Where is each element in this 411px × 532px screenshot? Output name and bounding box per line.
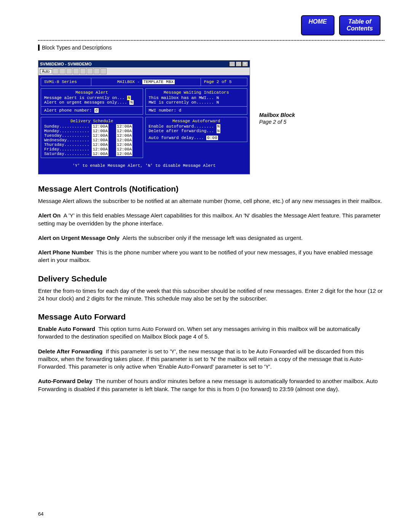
toolbar-btn[interactable] [53, 68, 59, 74]
para: Message Alert allows the subscriber to b… [38, 197, 384, 205]
panel-autoforward: Message Autoforward Enable autoforward..… [145, 117, 248, 142]
header-mid: MAILBOX - TEMPLATE MBX [91, 78, 201, 86]
schedule-row: Saturday.......... 12:00A 12:00A [44, 152, 140, 156]
terminal-window: SVM8DEMO - SVM8DEMO _ □ × Auto [38, 60, 250, 174]
toolbar-btn[interactable] [73, 68, 79, 74]
window-titlebar: SVM8DEMO - SVM8DEMO _ □ × [38, 61, 250, 67]
header-series: SVMi-8 Series [41, 78, 91, 86]
schedule-row: Wednesday......... 12:00A 12:00A [44, 138, 140, 142]
toolbar-btn[interactable] [87, 68, 93, 74]
schedule-row: Tuesday........... 12:00A 12:00A [44, 133, 140, 138]
maximize-icon[interactable]: □ [236, 61, 242, 67]
para: Enable Auto Forward This option turns Au… [38, 325, 384, 341]
schedule-row: Sunday............ 12:00A 12:00A [44, 124, 140, 129]
heading-message-alert-controls: Message Alert Controls (Notification) [38, 184, 384, 193]
close-icon[interactable]: × [242, 61, 248, 67]
para: Delete After Forwarding If this paramete… [38, 348, 384, 371]
schedule-row: Thursday.......... 12:00A 12:00A [44, 142, 140, 147]
minimize-icon[interactable]: _ [229, 61, 235, 67]
panel-mwi: Message Waiting Indicators This mailbox … [145, 88, 248, 115]
para: Enter the from-to times for each day of … [38, 287, 384, 303]
divider [38, 40, 384, 41]
heading-delivery-schedule: Delivery Schedule [38, 274, 384, 283]
heading-message-auto-forward: Message Auto Forward [38, 312, 384, 321]
breadcrumb: Block Types and Descriptions [38, 45, 384, 51]
para: Alert Phone Number This is the phone num… [38, 249, 384, 264]
toolbar-btn[interactable] [59, 68, 65, 74]
para: Alert On A 'Y' in this field enables Mes… [38, 212, 384, 227]
para: Alert on Urgent Message Only Alerts the … [38, 234, 384, 242]
toolbar-btn[interactable] [100, 68, 107, 74]
toolbar-btn[interactable] [66, 68, 72, 74]
toolbar-select[interactable]: Auto [40, 69, 52, 74]
toc-button[interactable]: Table ofContents [339, 15, 381, 35]
schedule-row: Friday............ 12:00A 12:00A [44, 147, 140, 152]
home-button[interactable]: HOME [301, 15, 335, 35]
toolbar-btn[interactable] [94, 68, 100, 74]
toolbar-btn[interactable] [80, 68, 86, 74]
schedule-row: Monday............ 12:00A 12:00A [44, 129, 140, 133]
panel-delivery-schedule: Delivery Schedule Sunday............ 12:… [41, 117, 143, 158]
window-title: SVM8DEMO - SVM8DEMO [40, 62, 92, 66]
figure-caption: Mailbox Block Page 2 of 5 [259, 112, 295, 125]
page-number: 64 [38, 511, 43, 517]
status-hint: 'Y' to enable Message Alert, 'N' to disa… [41, 163, 247, 168]
para: Auto-Forward Delay The number of hours a… [38, 377, 384, 393]
toolbar: Auto [38, 67, 250, 75]
header-page: Page 2 of 5 [201, 78, 247, 86]
panel-message-alert: Message Alert Message alert is currently… [41, 88, 143, 115]
